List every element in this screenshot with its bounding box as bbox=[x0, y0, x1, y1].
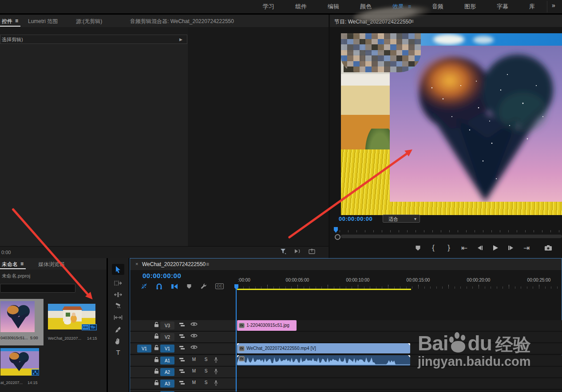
add-marker-icon[interactable] bbox=[413, 243, 422, 252]
timeline-timecode[interactable]: 00:00:00:00 bbox=[142, 272, 181, 279]
eye-icon[interactable] bbox=[190, 333, 198, 338]
eye-icon[interactable] bbox=[190, 322, 198, 326]
type-tool[interactable]: T bbox=[112, 347, 124, 357]
program-timecode[interactable]: 00:00:00:00 bbox=[339, 216, 372, 222]
filter-icon[interactable] bbox=[280, 248, 286, 254]
program-scrollbar[interactable] bbox=[341, 235, 562, 238]
mic-icon[interactable] bbox=[214, 357, 218, 363]
lock-icon[interactable] bbox=[154, 357, 159, 362]
program-panel-menu-icon[interactable]: ≡ bbox=[411, 18, 414, 24]
track-name-chip[interactable]: A1 bbox=[160, 357, 174, 365]
export-frame-icon[interactable] bbox=[309, 248, 315, 254]
lock-icon[interactable] bbox=[154, 380, 159, 385]
step-forward-icon[interactable] bbox=[507, 243, 515, 252]
project-search-input[interactable] bbox=[0, 284, 75, 293]
track-name-chip[interactable]: A2 bbox=[160, 368, 174, 376]
add-marker-icon[interactable] bbox=[186, 284, 192, 289]
track-name-chip[interactable]: V1 bbox=[160, 345, 174, 353]
program-mini-ruler[interactable] bbox=[340, 227, 562, 232]
track-name-chip[interactable]: A3 bbox=[160, 380, 174, 388]
track-content-a3[interactable] bbox=[237, 378, 562, 390]
sync-lock-icon[interactable] bbox=[179, 380, 185, 385]
lock-icon[interactable] bbox=[154, 368, 159, 374]
hand-tool[interactable] bbox=[112, 336, 124, 346]
selection-tool-active[interactable] bbox=[112, 264, 124, 275]
play-around-icon[interactable] bbox=[294, 248, 301, 254]
workspace-tab-components[interactable]: 组件 bbox=[295, 3, 307, 11]
tab-audio-clip-mixer[interactable]: 音频剪辑混合器: WeChat_20220724222550 bbox=[130, 18, 234, 25]
solo-button[interactable]: S bbox=[203, 380, 209, 385]
mute-button[interactable]: M bbox=[191, 357, 197, 362]
nest-sequence-icon[interactable] bbox=[141, 283, 147, 290]
workspace-tab-audio[interactable]: 音频 bbox=[432, 3, 443, 11]
clip-still-image[interactable]: fx1-2204030915c51.jpg bbox=[237, 320, 297, 331]
clip-audio[interactable]: fx bbox=[237, 355, 410, 366]
export-frame-button-icon[interactable] bbox=[544, 243, 553, 252]
go-to-in-icon[interactable]: ⇤ bbox=[460, 243, 469, 252]
track-header-v2[interactable]: V2 bbox=[130, 332, 237, 343]
clip-video[interactable]: fxWeChat_20220724222550.mp4 [V] bbox=[237, 343, 410, 353]
track-name-chip[interactable]: V3 bbox=[160, 321, 174, 329]
tab-project[interactable]: 未命名 bbox=[2, 261, 18, 268]
mark-in-icon[interactable]: { bbox=[429, 243, 438, 252]
go-to-out-icon[interactable]: ⇥ bbox=[522, 243, 531, 252]
track-header-a4[interactable] bbox=[130, 390, 237, 392]
overflow-chevron-icon[interactable]: » bbox=[552, 2, 554, 9]
mark-out-icon[interactable]: } bbox=[444, 243, 453, 252]
workspace-tab-captions[interactable]: 字幕 bbox=[497, 3, 508, 11]
tab-lumetri-scopes[interactable]: Lumetri 范围 bbox=[28, 18, 58, 25]
mute-button[interactable]: M bbox=[191, 368, 197, 373]
solo-button[interactable]: S bbox=[203, 368, 209, 373]
timeline-settings-wrench-icon[interactable] bbox=[200, 283, 207, 290]
workspace-tab-libraries[interactable]: 库 bbox=[529, 3, 535, 11]
program-playhead[interactable] bbox=[334, 227, 338, 233]
still-thumbnail[interactable] bbox=[0, 301, 35, 332]
tab-source-monitor[interactable]: 源:(无剪辑) bbox=[76, 18, 102, 25]
mute-button[interactable]: M bbox=[191, 380, 197, 385]
expand-arrow-icon[interactable]: ▶ bbox=[179, 35, 182, 44]
captions-icon[interactable]: CC bbox=[215, 283, 224, 289]
project-panel-menu-icon[interactable]: ≡ bbox=[20, 261, 24, 267]
timeline-ruler[interactable]: :00:00 00:00:05:00 00:00:10:00 00:00:15:… bbox=[237, 275, 562, 290]
source-patch-chip[interactable]: V1 bbox=[137, 345, 151, 353]
timeline-panel-menu-icon[interactable]: ≡ bbox=[206, 261, 209, 267]
track-select-forward-tool[interactable] bbox=[112, 278, 124, 288]
track-header-a1[interactable]: A1 M S bbox=[130, 355, 237, 367]
mic-icon[interactable] bbox=[214, 380, 218, 386]
solo-button[interactable]: S bbox=[203, 357, 209, 362]
workspace-tab-editing[interactable]: 编辑 bbox=[328, 3, 339, 11]
project-item-still-selected[interactable]: 04030915c51... 5:00 bbox=[0, 299, 44, 345]
close-icon[interactable]: × bbox=[135, 261, 138, 267]
program-scrub-handle[interactable] bbox=[335, 234, 340, 240]
zoom-level-select[interactable]: 适合 ▾ bbox=[383, 215, 420, 223]
lock-icon[interactable] bbox=[154, 333, 159, 339]
sync-lock-icon[interactable] bbox=[179, 333, 185, 339]
sync-lock-icon[interactable] bbox=[179, 368, 185, 374]
razor-tool[interactable] bbox=[112, 301, 124, 310]
play-icon[interactable] bbox=[491, 243, 500, 252]
work-area-bar[interactable] bbox=[237, 289, 411, 290]
step-back-icon[interactable] bbox=[475, 243, 484, 252]
ripple-edit-tool[interactable] bbox=[112, 290, 124, 299]
track-header-v3[interactable]: V3 bbox=[130, 320, 237, 332]
lock-icon[interactable] bbox=[154, 322, 159, 327]
track-header-a2[interactable]: A2 M S bbox=[130, 367, 237, 378]
workspace-tab-learning[interactable]: 学习 bbox=[263, 3, 274, 11]
eye-icon[interactable] bbox=[190, 345, 198, 349]
snap-magnet-icon[interactable] bbox=[156, 283, 162, 290]
slip-tool[interactable] bbox=[112, 313, 124, 322]
lock-icon[interactable] bbox=[154, 345, 159, 350]
sequence-tab-label[interactable]: WeChat_20220724222550 bbox=[142, 261, 206, 267]
sync-lock-icon[interactable] bbox=[179, 322, 185, 327]
sync-lock-icon[interactable] bbox=[179, 345, 185, 350]
workspace-tab-graphics[interactable]: 图形 bbox=[464, 3, 476, 11]
sync-lock-icon[interactable] bbox=[179, 357, 185, 362]
pen-tool[interactable] bbox=[112, 325, 124, 334]
tab-effect-controls[interactable]: 控件 bbox=[2, 18, 12, 25]
mic-icon[interactable] bbox=[214, 368, 218, 374]
track-header-v1[interactable]: V1 V1 bbox=[130, 343, 237, 355]
track-header-a3[interactable]: A3 M S bbox=[130, 378, 237, 390]
track-name-chip[interactable]: V2 bbox=[160, 333, 174, 341]
track-content-v3[interactable]: fx1-2204030915c51.jpg bbox=[237, 320, 562, 332]
track-content-a4[interactable] bbox=[237, 390, 562, 392]
